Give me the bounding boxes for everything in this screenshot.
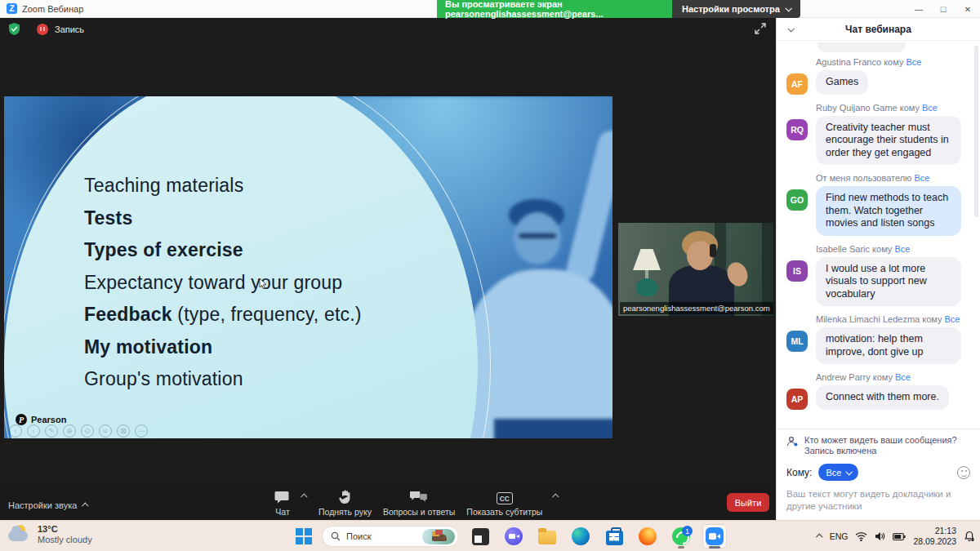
avatar: GO — [786, 189, 808, 211]
chat-options-chevron[interactable] — [301, 493, 307, 500]
toolbar-controls: Чат Поднять руку Вопросы и ответы CC Пок… — [274, 490, 559, 517]
viewing-screen-banner: Вы просматриваете экран pearsonenglishas… — [437, 0, 672, 18]
raised-hand-icon — [339, 490, 351, 504]
whatsapp-badge: 1 — [682, 526, 693, 536]
taskbar-app-whatsapp[interactable]: 1 — [669, 524, 693, 549]
slide-item: Teaching materials — [84, 170, 362, 202]
slide-item: Feedback (type, frequency, etc.) — [84, 299, 362, 331]
record-pause-icon[interactable] — [37, 24, 48, 35]
search-box[interactable]: Поиск — [322, 526, 459, 547]
recipient-link[interactable]: Все — [922, 103, 938, 113]
close-tool-icon[interactable]: ⊠ — [117, 424, 130, 438]
presenter-name-label: pearsonenglishassessment@pearson.com — [620, 302, 773, 314]
emoji-picker-icon[interactable] — [957, 466, 970, 479]
qa-button[interactable]: Вопросы и ответы — [383, 490, 455, 517]
slide-item: Group's motivation — [84, 363, 362, 396]
avatar: RQ — [786, 119, 808, 140]
system-tray: ENG 21:13 28.09.2023 — [817, 521, 975, 551]
taskbar-app-edge[interactable] — [568, 524, 593, 549]
magnifier-icon[interactable]: ⊙ — [81, 424, 94, 438]
audio-settings-button[interactable]: Настройки звука — [8, 500, 88, 510]
start-button[interactable] — [296, 528, 313, 545]
taskbar-app-file-explorer[interactable] — [535, 524, 559, 549]
taskbar-app-dark-square[interactable] — [468, 524, 492, 549]
pearson-wordmark: Pearson — [31, 415, 66, 424]
message-input-placeholder[interactable]: Ваш текст могут видеть докладчики и друг… — [786, 488, 970, 513]
slide-item: Tests — [84, 202, 362, 235]
avatar: IS — [786, 260, 808, 282]
chat-message: RQ Ruby Quijano Game кому Все Creativity… — [786, 103, 973, 166]
recipient-link[interactable]: Все — [894, 244, 910, 254]
wifi-icon[interactable] — [855, 531, 867, 541]
slide-bullet-list: Teaching materials Tests Types of exerci… — [84, 170, 362, 396]
zoom-in-icon[interactable]: ⊕ — [63, 424, 76, 438]
chat-panel: Чат вебинара AF Agustina Franco кому Все… — [776, 18, 980, 520]
recipient-link[interactable]: Все — [914, 173, 929, 183]
window-titlebar: Z Zoom Вебинар Вы просматриваете экран p… — [0, 0, 980, 18]
speaker-icon[interactable] — [875, 531, 885, 541]
chat-message-list[interactable]: AF Agustina Franco кому Все Games RQ Rub… — [777, 41, 973, 429]
close-button[interactable]: ✕ — [956, 0, 980, 18]
security-shield-icon[interactable] — [8, 23, 20, 35]
taskbar-app-chat[interactable] — [501, 524, 526, 549]
slide-item: Expectancy toward your group — [84, 267, 362, 300]
clock[interactable]: 21:13 28.09.2023 — [913, 526, 956, 547]
notification-bell-icon[interactable] — [964, 531, 975, 542]
recipient-link[interactable]: Все — [945, 314, 960, 324]
recipient-link[interactable]: Все — [906, 57, 921, 67]
captions-options-chevron[interactable] — [552, 493, 559, 500]
prev-slide-icon[interactable]: ‹ — [9, 424, 22, 438]
recipient-select[interactable]: Все — [818, 464, 858, 481]
fullscreen-expand-icon[interactable] — [753, 21, 768, 36]
weather-temp: 13°C — [38, 524, 92, 535]
weather-widget[interactable]: 13°C Mostly cloudy — [8, 524, 92, 545]
recording-indicator: Запись — [8, 23, 84, 35]
minimize-button[interactable]: — — [906, 0, 931, 18]
search-daily-image — [422, 529, 455, 544]
search-placeholder: Поиск — [346, 531, 371, 541]
message-bubble: Games — [816, 70, 868, 95]
taskbar-app-microsoft-store[interactable] — [602, 524, 626, 549]
captions-button[interactable]: CC Показать субтитры — [466, 492, 542, 517]
language-indicator[interactable]: ENG — [830, 531, 849, 541]
window-controls: — □ ✕ — [906, 0, 980, 18]
raise-hand-button[interactable]: Поднять руку — [318, 490, 372, 517]
more-tools-icon[interactable]: ⋯ — [135, 424, 148, 438]
pen-icon[interactable]: ✎ — [45, 424, 58, 438]
tray-overflow-chevron[interactable] — [816, 533, 822, 540]
chat-button[interactable]: Чат — [274, 490, 291, 517]
share-banner: Вы просматриваете экран pearsonenglishas… — [437, 0, 800, 18]
recording-label: Запись — [55, 24, 84, 34]
pearson-icon: P — [16, 414, 27, 425]
chat-bubble-icon — [274, 490, 291, 504]
taskbar-center: Поиск 1 — [296, 521, 727, 551]
avatar: ML — [786, 331, 808, 352]
leave-button[interactable]: Выйти — [727, 493, 769, 512]
collapse-chat-chevron[interactable] — [787, 25, 794, 32]
qa-label: Вопросы и ответы — [383, 507, 455, 517]
taskbar-app-firefox[interactable] — [635, 524, 660, 549]
maximize-button[interactable]: □ — [931, 0, 956, 18]
view-settings-button[interactable]: Настройки просмотра — [672, 0, 800, 18]
chat-message: IS Isabelle Saric кому Все I would use a… — [786, 244, 973, 307]
lamp — [633, 249, 661, 270]
chevron-up-icon — [82, 502, 88, 509]
message-sender: От меня пользователю Все — [816, 173, 973, 183]
message-sender: Ruby Quijano Game кому Все — [816, 103, 973, 113]
presenter-video-thumbnail[interactable]: pearsonenglishassessment@pearson.com — [618, 223, 773, 316]
chat-scrollbar[interactable] — [974, 46, 978, 217]
mouse-cursor — [259, 278, 268, 290]
chat-message: AF Agustina Franco кому Все Games — [786, 57, 973, 95]
taskbar-app-zoom[interactable] — [702, 524, 727, 549]
weather-icon — [8, 524, 31, 545]
notes-icon[interactable]: ≡ — [99, 424, 112, 438]
presentation-toolbar: ‹ › ✎ ⊕ ⊙ ≡ ⊠ ⋯ — [9, 424, 148, 438]
avatar: AP — [786, 389, 808, 410]
chat-message: GO От меня пользователю Все Find new met… — [786, 173, 973, 236]
battery-icon[interactable] — [893, 532, 906, 541]
next-slide-icon[interactable]: › — [27, 424, 40, 438]
recipient-link[interactable]: Все — [895, 372, 911, 382]
message-bubble: Creativity teacher must encourage their … — [816, 116, 961, 166]
message-sender: Agustina Franco кому Все — [816, 57, 973, 67]
message-bubble: I would use a lot more visuals to suppor… — [816, 257, 961, 307]
